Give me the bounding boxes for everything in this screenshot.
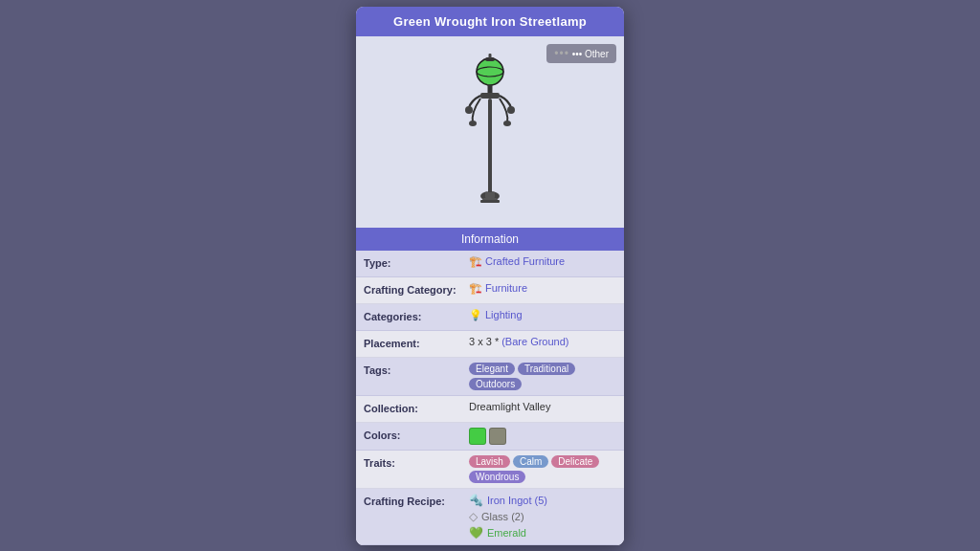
categories-row: Categories: 💡 Lighting — [356, 304, 624, 331]
type-value: 🏗️ Crafted Furniture — [469, 255, 616, 268]
svg-point-9 — [469, 121, 477, 126]
info-header: Information — [356, 228, 624, 251]
item-image — [452, 51, 528, 213]
placement-row: Placement: 3 x 3 * (Bare Ground) — [356, 331, 624, 358]
collection-text: Dreamlight Valley — [469, 401, 550, 412]
trait-delicate[interactable]: Delicate — [551, 455, 599, 468]
other-badge: ••• ••• Other — [546, 44, 616, 63]
badge-label: ••• Other — [572, 49, 609, 59]
svg-point-10 — [503, 121, 511, 126]
svg-point-7 — [465, 106, 473, 114]
recipe-iron-ingot: 🔩 Iron Ingot (5) — [469, 494, 616, 507]
tags-label: Tags: — [364, 363, 469, 376]
tag-outdoors[interactable]: Outdoors — [469, 378, 522, 390]
item-image-area: ••• ••• Other — [356, 36, 624, 228]
svg-rect-4 — [489, 54, 492, 58]
item-title: Green Wrought Iron Streetlamp — [393, 14, 587, 29]
tags-value: Elegant Traditional Outdoors — [469, 363, 616, 390]
crafted-furniture-icon: 🏗️ — [469, 255, 482, 268]
tags-row: Tags: Elegant Traditional Outdoors — [356, 358, 624, 396]
svg-rect-15 — [480, 200, 500, 203]
placement-size: 3 x 3 * — [469, 336, 499, 347]
placement-ground: (Bare Ground) — [501, 336, 568, 347]
collection-row: Collection: Dreamlight Valley — [356, 396, 624, 423]
emerald-icon: 💚 — [469, 526, 483, 540]
placement-label: Placement: — [364, 336, 469, 349]
emerald-link[interactable]: Emerald — [487, 527, 526, 539]
info-label: Information — [461, 232, 519, 246]
trait-wondrous[interactable]: Wondrous — [469, 471, 525, 483]
svg-point-8 — [507, 106, 515, 114]
type-link[interactable]: 🏗️ Crafted Furniture — [469, 255, 565, 268]
categories-value: 💡 Lighting — [469, 309, 616, 321]
tag-elegant[interactable]: Elegant — [469, 363, 515, 375]
recipe-glass: ◇ Glass (2) — [469, 510, 616, 523]
categories-link[interactable]: 💡 Lighting — [469, 309, 523, 321]
placement-value: 3 x 3 * (Bare Ground) — [469, 336, 616, 347]
iron-ingot-icon: 🔩 — [469, 494, 483, 507]
type-row: Type: 🏗️ Crafted Furniture — [356, 251, 624, 277]
furniture-icon: 🏗️ — [469, 282, 482, 295]
crafting-recipe-row: Crafting Recipe: 🔩 Iron Ingot (5) ◇ Glas… — [356, 489, 624, 545]
crafting-category-text: Furniture — [485, 282, 527, 294]
svg-rect-5 — [488, 85, 493, 93]
svg-rect-11 — [488, 99, 492, 194]
iron-ingot-link[interactable]: Iron Ingot (5) — [487, 495, 547, 506]
categories-text: Lighting — [485, 309, 523, 320]
colors-row: Colors: — [356, 423, 624, 451]
trait-lavish[interactable]: Lavish — [469, 455, 510, 468]
recipe-emerald: 💚 Emerald — [469, 526, 616, 540]
lighting-icon: 💡 — [469, 309, 482, 321]
svg-rect-13 — [485, 192, 495, 198]
glass-link[interactable]: Glass (2) — [481, 511, 524, 522]
svg-rect-6 — [480, 93, 500, 99]
color-swatch-green — [469, 428, 486, 445]
collection-value: Dreamlight Valley — [469, 401, 616, 412]
title-bar: Green Wrought Iron Streetlamp — [356, 7, 624, 36]
dots-icon: ••• — [554, 47, 569, 60]
traits-row: Traits: Lavish Calm Delicate Wondrous — [356, 451, 624, 489]
glass-icon: ◇ — [469, 510, 478, 523]
colors-label: Colors: — [364, 428, 469, 441]
colors-value — [469, 428, 616, 445]
color-swatch-gray — [489, 428, 506, 445]
type-label: Type: — [364, 255, 469, 269]
crafting-recipe-value: 🔩 Iron Ingot (5) ◇ Glass (2) 💚 Emerald — [469, 494, 616, 540]
crafting-category-value: 🏗️ Furniture — [469, 282, 616, 295]
crafting-category-link[interactable]: 🏗️ Furniture — [469, 282, 527, 295]
info-table: Type: 🏗️ Crafted Furniture Crafting Cate… — [356, 251, 624, 545]
item-panel: Green Wrought Iron Streetlamp ••• ••• Ot… — [356, 7, 624, 545]
categories-label: Categories: — [364, 309, 469, 322]
traits-label: Traits: — [364, 455, 469, 469]
tag-traditional[interactable]: Traditional — [518, 363, 575, 375]
crafting-category-label: Crafting Category: — [364, 282, 469, 296]
crafting-category-row: Crafting Category: 🏗️ Furniture — [356, 277, 624, 304]
type-text: Crafted Furniture — [485, 255, 565, 267]
traits-value: Lavish Calm Delicate Wondrous — [469, 455, 616, 483]
collection-label: Collection: — [364, 401, 469, 414]
crafting-recipe-label: Crafting Recipe: — [364, 494, 469, 507]
trait-calm[interactable]: Calm — [513, 455, 548, 468]
